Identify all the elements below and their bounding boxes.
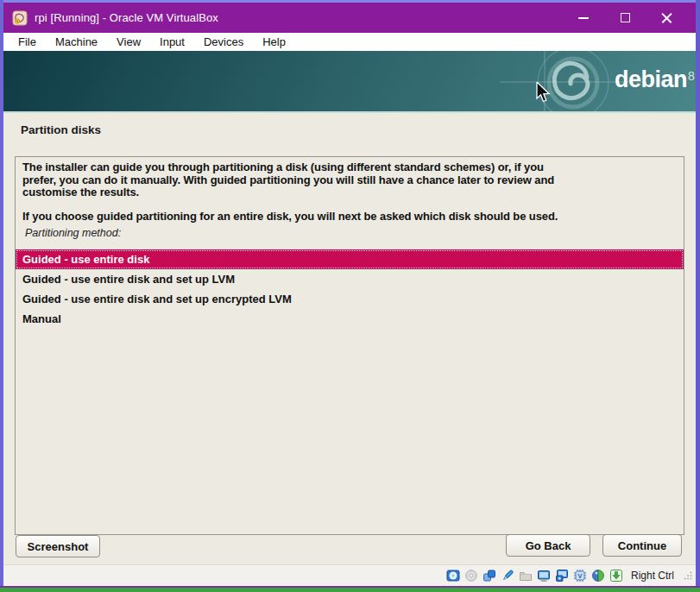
window-border-right: [696, 0, 700, 592]
intro-line: prefer, you can do it manually. With gui…: [22, 174, 677, 187]
installer-content: The installer can guide you through part…: [15, 156, 684, 535]
page-title: Partition disks: [21, 123, 101, 136]
debian-brand: debian8: [615, 66, 694, 93]
option-manual[interactable]: Manual: [16, 309, 684, 329]
banner-underline: [3, 111, 696, 113]
shared-folders-icon[interactable]: [519, 569, 533, 583]
maximize-icon: [621, 13, 630, 22]
continue-button[interactable]: Continue: [602, 534, 682, 557]
virtualbox-vm-icon: [12, 10, 28, 26]
maximize-button[interactable]: [611, 7, 639, 29]
option-guided-entire-disk[interactable]: Guided - use entire disk: [16, 249, 684, 269]
window-title: rpi [Running] - Oracle VM VirtualBox: [35, 11, 218, 24]
keyboard-capture-icon[interactable]: [609, 569, 623, 583]
debian-wordmark: debian: [615, 66, 687, 92]
window-controls: [570, 7, 687, 29]
menu-input[interactable]: Input: [150, 34, 194, 50]
minimize-button[interactable]: [570, 7, 597, 29]
resize-grip[interactable]: [684, 571, 692, 580]
virtualbox-window: rpi [Running] - Oracle VM VirtualBox Fil…: [0, 0, 700, 592]
debian-version: 8: [688, 69, 694, 83]
usb-icon[interactable]: [501, 569, 514, 583]
menu-devices[interactable]: Devices: [194, 34, 253, 50]
features-icon[interactable]: V: [573, 569, 587, 583]
close-icon: [661, 12, 672, 23]
title-bar[interactable]: rpi [Running] - Oracle VM VirtualBox: [3, 3, 696, 33]
option-guided-lvm[interactable]: Guided - use entire disk and set up LVM: [16, 269, 684, 289]
video-capture-icon[interactable]: [555, 569, 569, 583]
menu-file[interactable]: File: [9, 34, 46, 50]
partitioning-method-label: Partitioning method:: [22, 227, 677, 239]
intro-line: The installer can guide you through part…: [22, 161, 677, 174]
partitioning-method-list: Guided - use entire disk Guided - use en…: [16, 249, 684, 329]
optical-disc-icon[interactable]: [464, 569, 478, 583]
display-icon[interactable]: [537, 569, 551, 583]
close-button[interactable]: [653, 7, 680, 29]
hard-disk-icon[interactable]: [446, 569, 460, 583]
debian-banner: debian8: [3, 51, 696, 111]
svg-text:V: V: [577, 572, 582, 580]
menu-machine[interactable]: Machine: [46, 34, 107, 50]
go-back-button[interactable]: Go Back: [506, 534, 590, 557]
guided-note: If you choose guided partitioning for an…: [22, 211, 677, 224]
menu-bar: File Machine View Input Devices Help: [3, 33, 696, 51]
menu-view[interactable]: View: [107, 34, 150, 50]
status-bar: V Right Ctrl: [3, 564, 696, 586]
network-icon[interactable]: [482, 569, 496, 583]
desktop-edge-strip: [0, 588, 700, 592]
host-key-label: Right Ctrl: [631, 570, 674, 582]
menu-help[interactable]: Help: [253, 34, 295, 50]
option-guided-encrypted-lvm[interactable]: Guided - use entire disk and set up encr…: [16, 289, 684, 309]
minimize-icon: [578, 17, 589, 19]
screenshot-button[interactable]: Screenshot: [16, 535, 100, 557]
intro-line: customise the results.: [22, 186, 677, 199]
mouse-integration-icon[interactable]: [591, 569, 605, 583]
